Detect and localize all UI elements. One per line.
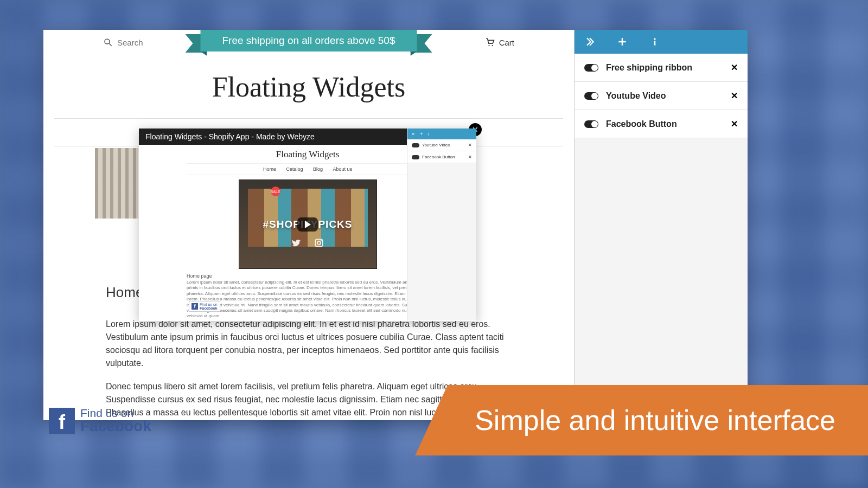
toggle-switch[interactable] xyxy=(584,92,598,100)
fb-line2: Facebook xyxy=(80,419,151,434)
svg-point-7 xyxy=(321,240,322,241)
svg-point-0 xyxy=(105,39,110,44)
fb-line1: Find us on xyxy=(80,407,151,419)
info-icon[interactable] xyxy=(649,36,660,47)
twitter-icon xyxy=(291,238,301,248)
promo-ribbon-widget[interactable]: Free shipping on all orders above 50$ xyxy=(201,30,417,52)
info-icon: i xyxy=(428,131,429,137)
sidebar-header xyxy=(575,30,748,54)
toggle-icon xyxy=(412,143,419,147)
mini-nav-item: Blog xyxy=(313,166,323,172)
toggle-icon xyxy=(412,155,419,159)
mini-nav: Home Catalog Blog About us xyxy=(187,163,429,175)
mini-fb-line2: Facebook xyxy=(200,306,218,310)
ribbon-text: Free shipping on all orders above 50$ xyxy=(222,35,395,46)
widget-row-youtube[interactable]: Youtube Video ✕ xyxy=(575,82,748,110)
mini-heading: Home page xyxy=(187,273,429,279)
mini-fb-line1: Find us on xyxy=(200,303,218,306)
delete-icon[interactable]: ✕ xyxy=(731,91,738,101)
widget-row-ribbon[interactable]: Free shipping ribbon ✕ xyxy=(575,54,748,82)
app-frame: Cart Free shipping on all orders above 5… xyxy=(43,30,748,420)
hero-image xyxy=(95,148,138,219)
plus-icon: + xyxy=(420,131,423,137)
facebook-button-widget[interactable]: f Find us on Facebook xyxy=(49,407,151,434)
play-icon[interactable] xyxy=(297,217,318,232)
cart-icon xyxy=(485,37,495,47)
widget-label: Facebook Button xyxy=(606,119,723,129)
mini-sidebar-panel: » + i Youtube Video ✕ Facebook Button ✕ xyxy=(407,129,476,320)
svg-point-8 xyxy=(654,38,655,40)
search-input[interactable] xyxy=(117,38,182,47)
cart-link[interactable]: Cart xyxy=(485,37,514,47)
youtube-video-widget[interactable]: ✕ Floating Widgets - Shopify App - Made … xyxy=(139,129,476,321)
delete-icon[interactable]: ✕ xyxy=(731,119,738,129)
sale-badge-icon: SALE xyxy=(271,187,280,196)
search[interactable] xyxy=(54,37,182,47)
mini-widget-row: Youtube Video ✕ xyxy=(407,139,476,151)
marketing-callout: Simple and intuitive interface xyxy=(415,385,868,455)
mini-widget-row: Facebook Button ✕ xyxy=(407,151,476,163)
cart-label: Cart xyxy=(499,38,514,47)
facebook-icon: f xyxy=(49,408,75,434)
add-widget-icon[interactable] xyxy=(617,36,628,47)
body-paragraph: Lorem ipsum dolor sit amet, consectetur … xyxy=(106,318,512,370)
callout-text: Simple and intuitive interface xyxy=(475,404,835,436)
widget-label: Free shipping ribbon xyxy=(606,63,723,73)
youtube-title: Floating Widgets - Shopify App - Made by… xyxy=(145,132,315,141)
mini-lorem: Lorem ipsum dolor sit amet, consectetur … xyxy=(187,280,429,319)
site-title: Floating Widgets xyxy=(54,71,563,103)
svg-point-2 xyxy=(488,45,489,46)
search-icon xyxy=(103,37,113,47)
close-icon: ✕ xyxy=(468,143,472,147)
svg-point-3 xyxy=(492,45,493,46)
collapse-icon[interactable] xyxy=(584,36,595,47)
delete-icon[interactable]: ✕ xyxy=(731,62,738,73)
toggle-switch[interactable] xyxy=(584,120,598,128)
svg-rect-9 xyxy=(654,41,656,45)
widget-row-facebook[interactable]: Facebook Button ✕ xyxy=(575,110,748,138)
mini-nav-item: Catalog xyxy=(286,166,303,172)
embedded-video-thumbnail[interactable]: SALE #SHOPIFYPICKS xyxy=(239,179,377,269)
mini-facebook-badge: f Find us on Facebook xyxy=(189,301,220,312)
close-icon: ✕ xyxy=(468,155,472,159)
mini-widget-label: Youtube Video xyxy=(422,143,450,147)
svg-point-6 xyxy=(317,241,321,245)
mini-nav-item: Home xyxy=(263,166,276,172)
mini-widget-label: Facebook Button xyxy=(422,155,455,159)
mini-nav-item: About us xyxy=(333,166,353,172)
chevron-right-icon: » xyxy=(412,131,414,137)
widgets-sidebar: Free shipping ribbon ✕ Youtube Video ✕ F… xyxy=(574,30,748,420)
storefront-preview: Cart Free shipping on all orders above 5… xyxy=(43,30,574,420)
mini-site-title: Floating Widgets xyxy=(187,149,429,160)
toggle-switch[interactable] xyxy=(584,64,598,72)
instagram-icon xyxy=(314,238,324,248)
svg-line-1 xyxy=(109,43,112,46)
widget-label: Youtube Video xyxy=(606,91,723,101)
facebook-icon: f xyxy=(192,303,198,310)
